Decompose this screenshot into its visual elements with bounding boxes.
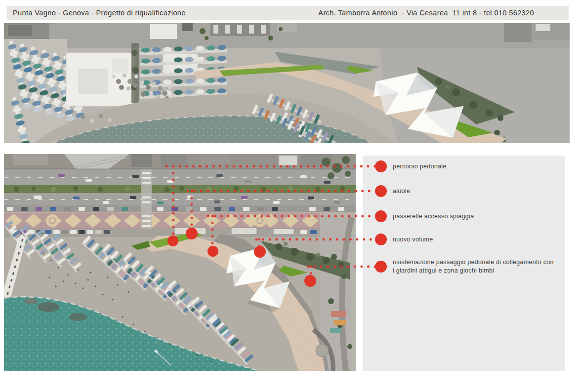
legend-item-passerelle: passerelle accesso spiaggia — [393, 212, 557, 221]
project-title: Punta Vagno - Genova - Progetto di riqua… — [13, 6, 186, 20]
top-aerial-scene — [4, 23, 570, 143]
top-roofs — [4, 154, 356, 169]
legend-item-risistemazione: risistemazione passaggio pedonale di col… — [393, 258, 557, 275]
top-aerial-image — [4, 23, 570, 143]
legend-item-nuovo-volume: nuovo volume — [393, 235, 557, 244]
zebra-crossing — [141, 169, 152, 229]
bottom-aerial-scene — [4, 154, 356, 371]
bottom-aerial-image — [4, 154, 356, 371]
road-lower — [4, 193, 356, 206]
playground-structure — [331, 311, 346, 317]
legend-item-aiuole: aiuole — [393, 187, 557, 196]
presentation-board: Punta Vagno - Genova - Progetto di riqua… — [0, 0, 580, 392]
checkered-plaza — [4, 212, 356, 229]
parking-row — [4, 205, 356, 212]
median-green — [4, 185, 356, 193]
architect-info: Arch. Tamborra Antonio - Via Cesarea 11 … — [318, 6, 534, 20]
header-bar: Punta Vagno - Genova - Progetto di riqua… — [7, 6, 569, 20]
legend-panel: percorso pedonale aiuole passerelle acce… — [363, 156, 565, 371]
legend-item-percorso-pedonale: percorso pedonale — [393, 162, 557, 171]
road-upper — [4, 169, 356, 185]
